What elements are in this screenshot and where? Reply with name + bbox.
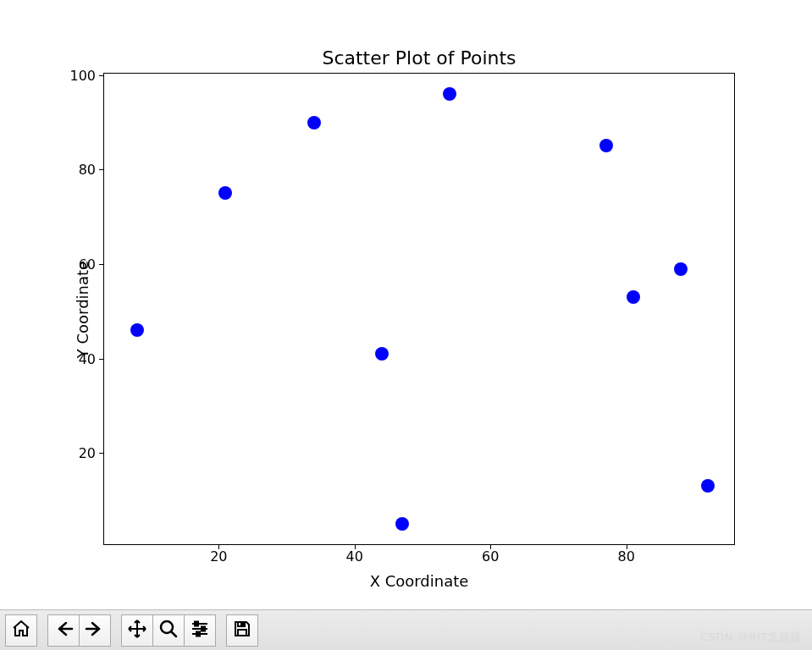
plot-area [103,73,735,545]
scatter-point [307,116,321,129]
arrow-right-icon [85,619,105,642]
scatter-point [599,139,613,152]
home-icon [11,619,31,642]
scatter-point [701,479,715,493]
arrow-left-icon [53,619,74,642]
x-tick-label: 20 [210,548,227,565]
zoom-icon [158,619,179,642]
x-tick-label: 60 [482,548,499,565]
y-tick-label: 100 [69,67,96,83]
matplotlib-toolbar [0,609,812,650]
x-tick-label: 40 [346,548,363,565]
scatter-point [395,517,409,531]
y-tick-mark [99,359,103,360]
pan-button[interactable] [121,614,153,647]
chart-figure: Scatter Plot of Points Y Coordinate X Co… [0,0,812,609]
scatter-point [443,87,456,101]
y-tick-label: 60 [79,256,96,272]
scatter-point [674,262,688,276]
x-tick-label: 80 [617,548,634,565]
svg-rect-6 [241,623,243,625]
svg-rect-2 [202,626,205,631]
back-button[interactable] [47,614,80,647]
y-tick-mark [99,75,103,76]
zoom-button[interactable] [152,614,185,647]
y-tick-mark [99,264,103,265]
home-button[interactable] [5,614,37,647]
sliders-icon [190,619,210,642]
scatter-point [130,323,144,337]
svg-rect-1 [195,621,198,625]
y-tick-label: 20 [79,445,96,461]
y-tick-label: 80 [79,162,96,178]
y-tick-mark [99,453,103,454]
svg-rect-3 [196,631,200,636]
scatter-point [627,290,640,304]
svg-rect-5 [238,630,246,636]
configure-button[interactable] [184,614,216,647]
pan-icon [127,619,147,642]
y-tick-label: 40 [79,350,96,366]
forward-button[interactable] [79,614,111,647]
chart-title: Scatter Plot of Points [103,47,735,69]
y-tick-mark [99,169,103,170]
scatter-point [218,186,232,200]
x-axis-label: X Coordinate [103,572,735,590]
save-icon [232,619,252,642]
save-button[interactable] [226,614,258,647]
scatter-point [375,347,389,361]
